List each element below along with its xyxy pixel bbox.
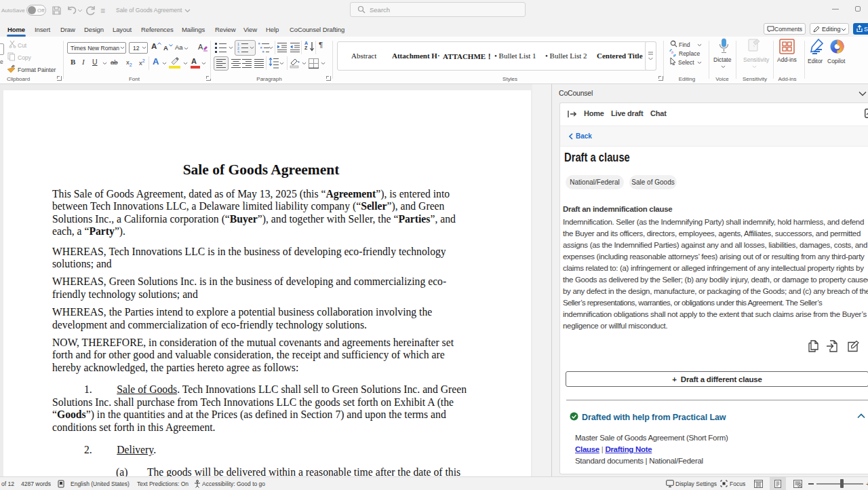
svg-text:3: 3 — [237, 50, 239, 54]
svg-text:c: c — [673, 53, 675, 57]
